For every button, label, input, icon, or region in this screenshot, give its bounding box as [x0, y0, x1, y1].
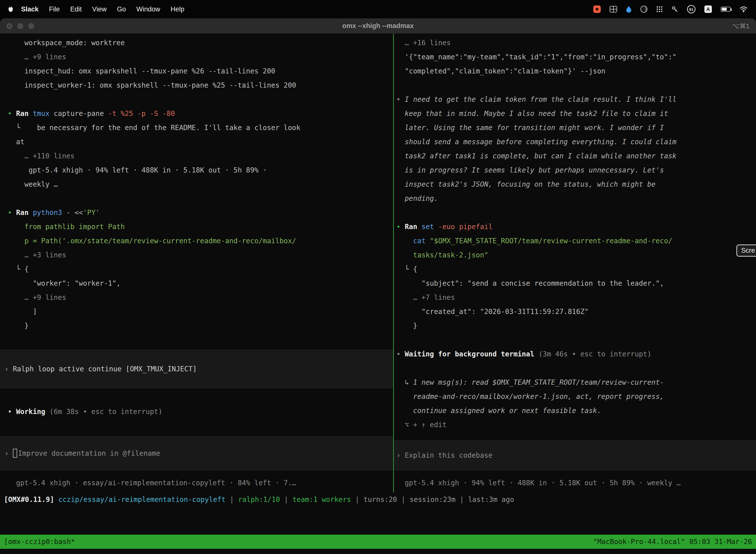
- menu-bar-menus: Slack File Edit View Go Window Help: [5, 5, 189, 13]
- menu-go[interactable]: Go: [112, 5, 131, 13]
- collapsed-lines-indicator: … +3 lines: [8, 248, 393, 262]
- ran-command-line: • Ran set -euo pipefail: [396, 220, 756, 234]
- bullet-icon: •: [8, 407, 16, 416]
- command-output-line: └ {: [8, 262, 393, 276]
- window-titlebar[interactable]: × omx --xhigh --madmax ⌥⌘1: [0, 18, 756, 34]
- command-tail-line: '{"team_name":"my-team","task_id":"1","f…: [396, 50, 756, 64]
- screen-recording-icon[interactable]: [593, 5, 601, 13]
- moon-icon[interactable]: [640, 6, 647, 13]
- bullet-icon: •: [396, 223, 405, 231]
- mailbox-message-line: readme-and-reco/mailbox/worker-1.json, a…: [396, 389, 756, 403]
- command-output-line: "worker": "worker-1",: [8, 276, 393, 290]
- menu-view[interactable]: View: [87, 5, 112, 13]
- collapsed-lines-indicator: … +16 lines: [396, 36, 756, 50]
- tmux-session-name: [omx-cczip0:bash*: [4, 535, 75, 549]
- key-icon[interactable]: [672, 6, 678, 12]
- command-output-line: "created_at": "2026-03-31T11:59:27.816Z": [396, 304, 756, 319]
- collapsed-lines-indicator: … +7 lines: [396, 290, 756, 304]
- command-output-line: weekly …: [8, 177, 393, 191]
- team-workers: team:1 workers: [293, 495, 355, 504]
- prompt-chevron-icon: ›: [396, 451, 405, 459]
- blank-line: [396, 333, 756, 347]
- prompt-input-right[interactable]: › Explain this codebase: [394, 440, 756, 470]
- prompt-chevron-icon: ›: [4, 449, 13, 457]
- collapsed-lines-indicator: … +110 lines: [8, 149, 393, 163]
- spacer: [8, 388, 393, 404]
- tmux-inject-banner[interactable]: › Ralph loop active continue [OMX_TMUX_I…: [0, 349, 393, 388]
- menu-edit[interactable]: Edit: [65, 5, 87, 13]
- tmux-status-bar: [omx-cczip0:bash* "MacBook-Pro-44.local"…: [0, 535, 756, 549]
- spacer: [396, 470, 756, 476]
- input-placeholder: Improve documentation in @filename: [18, 449, 160, 457]
- pane-status-line: gpt-5.4 xhigh · 94% left · 488K in · 5.1…: [396, 476, 756, 490]
- input-source-icon[interactable]: A: [704, 5, 712, 13]
- window-shortcut-hint: ⌥⌘1: [732, 18, 750, 34]
- screen-share-tooltip[interactable]: Scre: [737, 244, 756, 257]
- apple-menu-icon[interactable]: [8, 6, 13, 12]
- config-line: workspace_mode: worktree: [8, 36, 393, 50]
- edit-shortcut-hint: ⌥ + ↑ edit: [396, 418, 756, 432]
- battery-icon[interactable]: [721, 7, 731, 12]
- ran-command-line: • Ran tmux capture-pane -t %25 -p -S -80: [8, 107, 393, 121]
- window-controls: ×: [6, 18, 34, 34]
- close-button[interactable]: ×: [6, 23, 12, 29]
- ralph-counter: ralph:1/10: [238, 495, 284, 504]
- command-output-line: ]: [8, 304, 393, 319]
- reasoning-line: inspect task2's JSON, focusing on the st…: [396, 177, 756, 191]
- app-menu[interactable]: Slack: [16, 5, 44, 13]
- spacer: [8, 419, 393, 436]
- dots-grid-icon[interactable]: [656, 6, 663, 12]
- grid-icon[interactable]: [610, 6, 617, 12]
- config-line: inspect_worker-1: omx sparkshell --tmux-…: [8, 78, 393, 92]
- zoom-button[interactable]: [28, 23, 34, 29]
- wifi-icon[interactable]: [740, 6, 748, 12]
- blank-line: [8, 92, 393, 107]
- reasoning-line: • I need to get the claim token from the…: [396, 92, 756, 107]
- pane-status-line: gpt-5.4 xhigh · essay/ai-reimplementatio…: [8, 476, 393, 490]
- working-status-line: • Working (6m 38s • esc to interrupt): [8, 404, 393, 419]
- menu-help[interactable]: Help: [166, 5, 190, 13]
- tmux-pane-right[interactable]: … +16 lines '{"team_name":"my-team","tas…: [394, 34, 756, 492]
- reasoning-line: keep that in mind. Maybe I also need the…: [396, 107, 756, 121]
- collapsed-lines-indicator: … +9 lines: [8, 50, 393, 64]
- menu-window[interactable]: Window: [131, 5, 166, 13]
- reasoning-line: task2 after task1 is complete, but can I…: [396, 149, 756, 163]
- command-output-line: }: [8, 319, 393, 333]
- text-cursor: [13, 449, 17, 458]
- spacer: [8, 470, 393, 476]
- tmux-pane-left[interactable]: workspace_mode: worktree … +9 lines insp…: [0, 34, 394, 492]
- battery-percentage-icon[interactable]: 61: [687, 5, 695, 13]
- last-activity: last:3m ago: [468, 495, 514, 504]
- command-output-line: └ be necessary for the end of the README…: [8, 121, 393, 135]
- window-title: omx --xhigh --madmax: [342, 22, 414, 30]
- command-tail-line: "completed","claim_token":"claim-token"}…: [396, 64, 756, 78]
- command-output-line: }: [396, 319, 756, 333]
- prompt-input-left[interactable]: › Improve documentation in @filename: [0, 436, 393, 470]
- bullet-icon: •: [396, 95, 405, 104]
- reasoning-line: pending.: [396, 191, 756, 206]
- tmux-host-clock: "MacBook-Pro-44.local" 05:03 31-Mar-26: [593, 535, 752, 549]
- command-code-line: tasks/task-2.json": [396, 248, 756, 262]
- session-path: cczip/essay/ai-reimplementation-copyleft: [54, 495, 230, 504]
- omx-session-status-bar: [OMX#0.11.9] cczip/essay/ai-reimplementa…: [0, 492, 756, 507]
- menu-bar: Slack File Edit View Go Window Help: [0, 0, 756, 18]
- menu-file[interactable]: File: [44, 5, 65, 13]
- bullet-icon: •: [8, 209, 16, 217]
- blank-line: [8, 191, 393, 206]
- command-code-line: from pathlib import Path: [8, 220, 393, 234]
- menu-bar-status-icons: 61 A: [593, 5, 751, 13]
- terminal-window: × omx --xhigh --madmax ⌥⌘1 workspace_mod…: [0, 18, 756, 554]
- command-output-line: gpt-5.4 xhigh · 94% left · 488K in · 5.1…: [8, 163, 393, 177]
- mailbox-message-line: continue assigned work or next feasible …: [396, 403, 756, 418]
- input-placeholder: Explain this codebase: [405, 451, 493, 459]
- droplet-icon[interactable]: [626, 6, 631, 13]
- blank-line: [396, 78, 756, 92]
- command-code-line: p = Path('.omx/state/team/review-current…: [8, 234, 393, 248]
- blank-line: [396, 361, 756, 375]
- minimize-button[interactable]: [17, 23, 23, 29]
- command-output-line: at: [8, 135, 393, 149]
- turns-counter: turns:20: [364, 495, 401, 504]
- command-output-line: "subject": "send a concise recommendatio…: [396, 276, 756, 290]
- config-line: inspect_hud: omx sparkshell --tmux-pane …: [8, 64, 393, 78]
- command-code-line: cat "$OMX_TEAM_STATE_ROOT/team/review-cu…: [396, 234, 756, 248]
